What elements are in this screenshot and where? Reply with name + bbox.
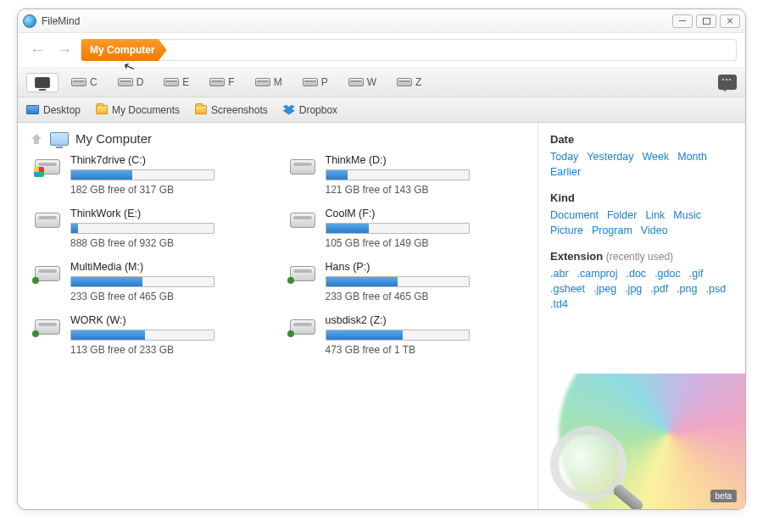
drive-f-button[interactable]: F	[202, 73, 242, 91]
drive-p-button[interactable]: P	[295, 73, 336, 91]
drive-computer-button[interactable]	[26, 73, 58, 92]
drive-item[interactable]: CoolM (F:)105 GB free of 149 GB	[288, 208, 526, 249]
drive-w-button[interactable]: W	[341, 73, 384, 91]
up-icon[interactable]	[30, 133, 43, 145]
drive-name: WORK (W:)	[70, 314, 271, 326]
drive-item[interactable]: WORK (W:)113 GB free of 233 GB	[33, 314, 271, 356]
filter-tag[interactable]: Video	[641, 224, 668, 236]
drive-name: Think7drive (C:)	[70, 154, 271, 166]
filter-tag[interactable]: Today	[550, 151, 578, 163]
filter-tag[interactable]: .pdf	[650, 283, 668, 295]
filter-tag[interactable]: Week	[643, 151, 670, 163]
filter-tag[interactable]: .jpg	[625, 283, 642, 295]
drive-usage-bar	[70, 223, 214, 234]
drive-name: ThinkWork (E:)	[70, 208, 271, 219]
drive-free-text: 888 GB free of 932 GB	[70, 237, 271, 249]
drive-icon	[290, 319, 315, 335]
drive-usage-bar	[326, 223, 470, 234]
monitor-icon	[35, 77, 50, 88]
drive-d-button[interactable]: D	[110, 73, 152, 91]
location-bar[interactable]: My Computer ↖	[81, 39, 737, 61]
drive-item[interactable]: Think7drive (C:)182 GB free of 317 GB	[33, 154, 271, 196]
filter-ext-list: .abr.camproj.doc.gdoc.gif.gsheet.jpeg.jp…	[550, 268, 733, 310]
drive-m-button[interactable]: M	[248, 73, 290, 91]
filter-tag[interactable]: Picture	[550, 224, 583, 236]
hdd-icon	[255, 78, 270, 86]
filter-tag[interactable]: .jpeg	[593, 283, 616, 295]
filter-ext-title: Extension (recently used)	[550, 250, 733, 263]
hdd-icon	[303, 78, 318, 86]
app-icon	[23, 14, 36, 28]
drive-usage-bar	[326, 276, 470, 287]
drive-item[interactable]: ThinkMe (D:)121 GB free of 143 GB	[288, 154, 526, 196]
favorite-screenshots[interactable]: Screenshots	[195, 104, 268, 116]
drive-free-text: 113 GB free of 233 GB	[70, 344, 271, 356]
drive-z-button[interactable]: Z	[389, 73, 429, 91]
drive-icon	[290, 159, 315, 175]
filter-tag[interactable]: .psd	[705, 283, 726, 295]
folder-icon	[96, 105, 108, 114]
drive-icon	[35, 159, 60, 175]
favorites-bar: DesktopMy DocumentsScreenshotsDropbox	[18, 97, 745, 123]
drive-free-text: 121 GB free of 143 GB	[326, 184, 526, 196]
drive-c-button[interactable]: C	[64, 73, 105, 91]
back-button[interactable]: ←	[26, 40, 48, 60]
drive-usage-bar	[326, 330, 470, 341]
forward-button[interactable]: →	[53, 40, 75, 60]
drive-grid: Think7drive (C:)182 GB free of 317 GBThi…	[30, 154, 526, 356]
filter-tag[interactable]: Earlier	[550, 166, 581, 178]
main-pane: My Computer Think7drive (C:)182 GB free …	[18, 123, 537, 509]
drive-name: usbdisk2 (Z:)	[326, 314, 526, 326]
hdd-icon	[209, 78, 225, 86]
favorite-desktop[interactable]: Desktop	[26, 104, 81, 116]
drive-free-text: 182 GB free of 317 GB	[70, 184, 271, 196]
filter-tag[interactable]: .gsheet	[550, 283, 585, 295]
filter-tag[interactable]: Yesterday	[587, 151, 633, 163]
filter-tag[interactable]: Month	[677, 151, 707, 163]
feedback-icon[interactable]	[718, 75, 737, 90]
favorite-dropbox[interactable]: Dropbox	[283, 104, 337, 116]
filter-tag[interactable]: Folder	[607, 209, 637, 221]
drive-name: Hans (P:)	[326, 261, 526, 273]
filter-tag[interactable]: Music	[673, 209, 701, 221]
filter-tag[interactable]: .camproj	[577, 268, 618, 280]
desktop-icon	[26, 105, 39, 114]
drive-icon	[290, 213, 315, 228]
drive-icon	[35, 266, 60, 281]
drive-name: ThinkMe (D:)	[326, 154, 526, 166]
app-title: FileMind	[42, 15, 80, 27]
titlebar: FileMind	[18, 9, 745, 33]
filter-tag[interactable]: Program	[592, 224, 632, 236]
hdd-icon	[348, 78, 364, 86]
filter-tag[interactable]: .gif	[689, 268, 704, 280]
filter-tag[interactable]: Document	[550, 209, 599, 221]
drive-e-button[interactable]: E	[156, 73, 197, 91]
filter-tag[interactable]: .doc	[626, 268, 646, 280]
minimize-button[interactable]	[672, 14, 693, 28]
filter-date-list: TodayYesterdayWeekMonthEarlier	[550, 151, 733, 178]
close-button[interactable]	[720, 14, 740, 28]
hdd-icon	[397, 78, 412, 86]
hdd-icon	[118, 78, 133, 86]
hdd-icon	[164, 78, 179, 86]
drive-icon	[35, 213, 60, 228]
app-window: FileMind ← → My Computer ↖ CDEFMPWZ Desk…	[17, 8, 746, 510]
breadcrumb-tag[interactable]: My Computer	[81, 39, 167, 61]
drive-item[interactable]: ThinkWork (E:)888 GB free of 932 GB	[33, 208, 271, 249]
sidebar-art	[538, 374, 745, 509]
location-header: My Computer	[30, 131, 526, 146]
breadcrumb-row: ← → My Computer ↖	[18, 33, 745, 67]
drive-usage-bar	[326, 169, 470, 180]
filter-tag[interactable]: .td4	[550, 298, 568, 310]
filter-tag[interactable]: Link	[645, 209, 665, 221]
filter-tag[interactable]: .png	[677, 283, 697, 295]
filter-tag[interactable]: .abr	[550, 268, 569, 280]
side-panel: Date TodayYesterdayWeekMonthEarlier Kind…	[537, 123, 745, 509]
drive-item[interactable]: Hans (P:)233 GB free of 465 GB	[288, 261, 526, 302]
maximize-button[interactable]	[696, 14, 716, 28]
favorite-my-documents[interactable]: My Documents	[96, 104, 180, 116]
drive-item[interactable]: MultiMedia (M:)233 GB free of 465 GB	[33, 261, 271, 302]
drive-item[interactable]: usbdisk2 (Z:)473 GB free of 1 TB	[288, 314, 526, 356]
drive-icon	[290, 266, 315, 281]
filter-tag[interactable]: .gdoc	[654, 268, 681, 280]
